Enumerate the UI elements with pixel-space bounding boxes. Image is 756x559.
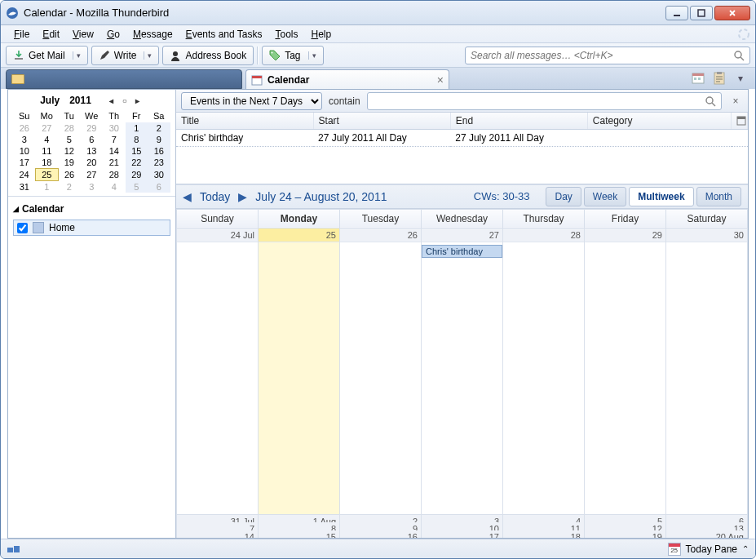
grid-day-cell[interactable]: 19 [585,530,666,538]
filter-search[interactable] [367,92,722,110]
grid-day-cell[interactable]: 20 Aug [666,530,748,538]
dropdown-arrow-icon[interactable]: ▾ [73,51,81,60]
global-search[interactable] [465,47,750,64]
mini-day[interactable]: 19 [58,157,81,169]
grid-day-cell[interactable]: 1 Aug [259,514,340,521]
mini-day[interactable]: 30 [103,122,126,134]
grid-day-cell[interactable]: 24 Jul [177,228,259,514]
mini-day[interactable]: 11 [36,145,59,157]
get-mail-button[interactable]: Get Mail ▾ [6,46,88,65]
grid-day-cell[interactable]: 13 [666,522,748,530]
mini-day[interactable]: 22 [126,157,148,169]
grid-day-cell[interactable]: 5 [585,514,666,521]
dropdown-arrow-icon[interactable]: ▾ [144,51,152,60]
mini-calendar-grid[interactable]: SuMoTuWeThFrSa 2627282930123456789101112… [13,109,170,193]
grid-day-cell[interactable]: 17 [422,530,503,538]
grid-day-cell[interactable]: 14 [177,530,259,538]
nav-next-button[interactable]: ▶ [238,190,247,203]
today-pane-toggle[interactable]: 25 Today Pane ⌃ [668,543,749,556]
mini-day[interactable]: 5 [58,134,81,145]
online-status-icon[interactable] [7,544,20,554]
mini-day[interactable]: 12 [58,145,81,157]
filter-dropdown[interactable]: Events in the Next 7 Days [181,92,322,110]
menu-file[interactable]: File [7,27,36,42]
mini-day[interactable]: 21 [103,157,126,169]
mini-month[interactable]: July [40,95,60,106]
menu-events-and-tasks[interactable]: Events and Tasks [179,27,269,42]
grid-day-cell[interactable]: 3 [422,514,503,521]
dropdown-arrow-icon[interactable]: ▾ [308,51,316,60]
tag-button[interactable]: Tag ▾ [262,46,323,65]
view-tab-month[interactable]: Month [696,187,741,206]
mini-day[interactable]: 2 [148,122,170,134]
mini-day[interactable]: 23 [148,157,170,169]
event-col-header[interactable]: End [450,113,587,130]
tabs-menu-button[interactable]: ▾ [732,70,749,87]
mini-day[interactable]: 28 [103,169,126,181]
mini-day[interactable]: 15 [126,145,148,157]
mini-day[interactable]: 29 [81,122,104,134]
tab-folder[interactable] [6,69,242,89]
mini-day[interactable]: 16 [148,145,170,157]
mini-day[interactable]: 24 [13,169,36,181]
mini-day[interactable]: 14 [103,145,126,157]
menu-tools[interactable]: Tools [268,27,304,42]
write-button[interactable]: Write ▾ [91,46,160,65]
mini-day[interactable]: 20 [81,157,104,169]
grid-day-cell[interactable]: 30 [666,228,748,514]
grid-day-cell[interactable]: 12 [585,522,666,530]
mini-next-button[interactable]: ▸ [132,95,144,106]
calendar-tab-button[interactable] [690,70,706,87]
event-row[interactable]: Chris' birthday27 July 2011 All Day27 Ju… [176,130,748,147]
mini-day[interactable]: 30 [148,169,170,181]
mini-day[interactable]: 8 [126,134,148,145]
mini-day[interactable]: 29 [126,169,148,181]
menu-message[interactable]: Message [126,27,179,42]
global-search-input[interactable] [471,50,733,61]
event-col-header[interactable]: Category [587,113,731,130]
calendar-item[interactable]: Home [13,220,170,236]
grid-day-cell[interactable]: 2 [340,514,422,521]
nav-prev-button[interactable]: ◀ [183,190,192,203]
filter-close-button[interactable]: × [728,94,743,109]
mini-day[interactable]: 4 [103,181,126,193]
calendar-event[interactable]: Chris' birthday [422,245,502,258]
mini-day[interactable]: 27 [81,169,104,181]
maximize-button[interactable] [690,6,713,20]
mini-day[interactable]: 10 [13,145,36,157]
grid-day-cell[interactable]: 10 [422,522,503,530]
view-tab-multiweek[interactable]: Multiweek [629,187,693,206]
grid-day-cell[interactable]: 26 [340,228,422,514]
mini-day[interactable]: 6 [148,181,170,193]
tab-calendar[interactable]: Calendar × [245,69,449,89]
grid-day-cell[interactable]: 27Chris' birthday [422,228,503,514]
grid-day-cell[interactable]: 7 [177,522,259,530]
grid-day-cell[interactable]: 9 [340,522,422,530]
mini-day[interactable]: 6 [81,134,104,145]
mini-day[interactable]: 27 [36,122,59,134]
grid-day-cell[interactable]: 25 [259,228,340,514]
grid-day-cell[interactable]: 8 [259,522,340,530]
menu-go[interactable]: Go [100,27,126,42]
mini-prev-button[interactable]: ◂ [106,95,117,106]
tab-close-button[interactable]: × [437,73,444,87]
grid-day-cell[interactable]: 31 Jul [177,514,259,521]
mini-day[interactable]: 4 [36,134,59,145]
grid-day-cell[interactable]: 29 [585,228,666,514]
mini-day[interactable]: 25 [36,169,59,181]
mini-day[interactable]: 5 [126,181,148,193]
tasks-tab-button[interactable] [711,70,727,87]
menu-help[interactable]: Help [304,27,338,42]
tree-toggle-icon[interactable]: ◢ [13,205,19,213]
mini-day[interactable]: 28 [58,122,81,134]
grid-day-cell[interactable]: 15 [259,530,340,538]
mini-day[interactable]: 17 [13,157,36,169]
mini-day[interactable]: 9 [148,134,170,145]
close-button[interactable] [714,6,750,20]
mini-today-button[interactable]: ○ [119,95,130,106]
filter-search-input[interactable] [373,95,705,107]
calendar-grid[interactable]: SundayMondayTuesdayWednesdayThursdayFrid… [176,209,748,539]
mini-day[interactable]: 1 [36,181,59,193]
mini-day[interactable]: 3 [81,181,104,193]
mini-day[interactable]: 26 [13,122,36,134]
